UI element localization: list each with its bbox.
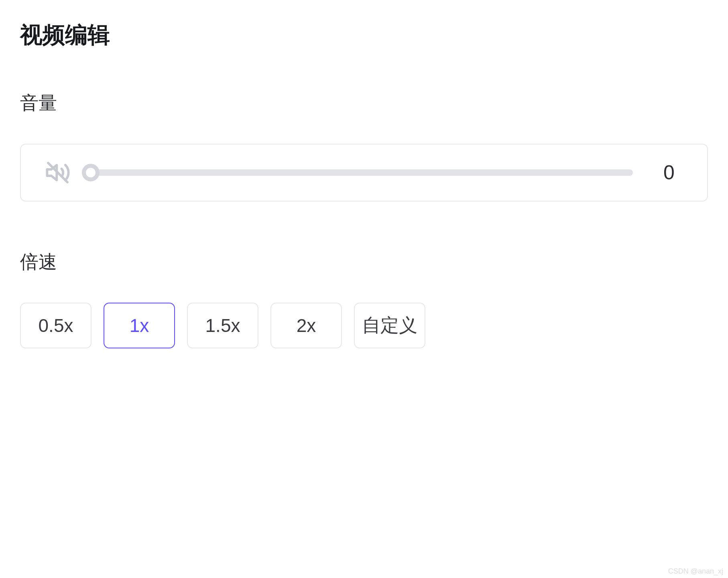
speed-options: 0.5x1x1.5x2x自定义 xyxy=(20,303,708,348)
volume-value: 0 xyxy=(653,161,685,184)
watermark: CSDN @anan_xj xyxy=(668,567,723,576)
volume-control-box: 0 xyxy=(20,144,708,201)
slider-track xyxy=(91,169,633,176)
speed-button-3[interactable]: 2x xyxy=(270,303,342,348)
volume-section: 音量 0 xyxy=(20,91,708,201)
volume-slider[interactable] xyxy=(91,164,633,181)
slider-thumb[interactable] xyxy=(82,164,100,181)
page-title: 视频编辑 xyxy=(20,20,708,51)
speed-section: 倍速 0.5x1x1.5x2x自定义 xyxy=(20,250,708,348)
speed-button-2[interactable]: 1.5x xyxy=(187,303,258,348)
speed-button-4[interactable]: 自定义 xyxy=(354,303,425,348)
volume-label: 音量 xyxy=(20,91,708,116)
mute-icon[interactable] xyxy=(45,160,71,185)
speed-label: 倍速 xyxy=(20,250,708,275)
speed-button-1[interactable]: 1x xyxy=(104,303,175,348)
speed-button-0[interactable]: 0.5x xyxy=(20,303,92,348)
